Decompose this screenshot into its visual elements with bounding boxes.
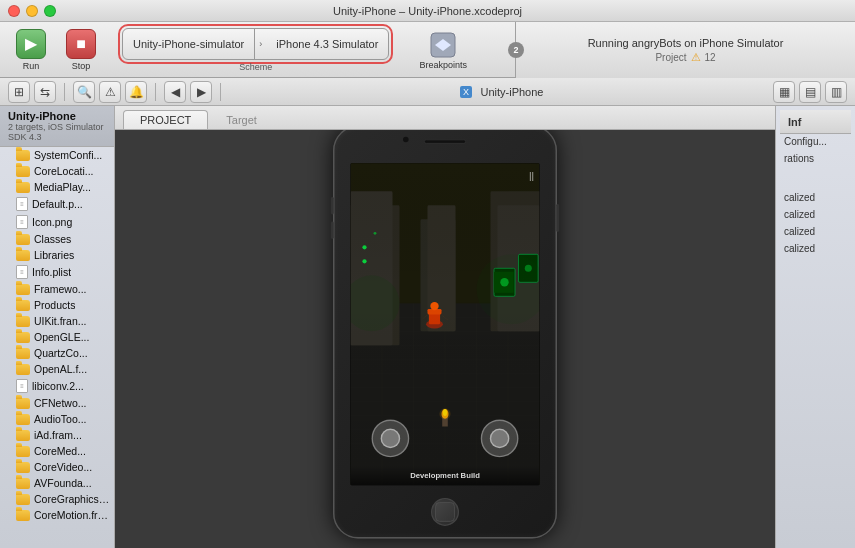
sidebar-item[interactable]: Framewo... <box>0 281 114 297</box>
joystick-left[interactable] <box>372 420 410 458</box>
sidebar-item[interactable]: Products <box>0 297 114 313</box>
minimize-button[interactable] <box>26 5 38 17</box>
file-icon: ≡ <box>16 215 28 229</box>
sidebar-project-name: Unity-iPhone <box>8 110 106 122</box>
sidebar-item[interactable]: ≡Info.plist <box>0 263 114 281</box>
right-panel-item-1: Configu... <box>780 134 851 149</box>
sidebar-item[interactable]: CFNetwo... <box>0 395 114 411</box>
sidebar-item[interactable]: MediaPlay... <box>0 179 114 195</box>
sidebar-item[interactable]: AudioToo... <box>0 411 114 427</box>
folder-icon <box>16 510 30 521</box>
tab-project[interactable]: PROJECT <box>123 110 208 129</box>
sidebar-item[interactable]: ≡Icon.png <box>0 213 114 231</box>
volume-up-btn[interactable] <box>331 197 334 215</box>
breakpoints-button[interactable]: Breakpoints <box>411 26 475 74</box>
editor-1-button[interactable]: ▦ <box>773 81 795 103</box>
search-button[interactable]: 🔍 <box>73 81 95 103</box>
sidebar-item[interactable]: SystemConfi... <box>0 147 114 163</box>
sidebar-item-label: CFNetwo... <box>34 397 87 409</box>
sidebar-item-label: Classes <box>34 233 71 245</box>
toolbar: ▶ Run ■ Stop Unity-iPhone-simulator › iP… <box>0 22 855 78</box>
scheme-left-text: Unity-iPhone-simulator <box>123 29 255 59</box>
folder-icon <box>16 166 30 177</box>
folder-icon <box>16 478 30 489</box>
editor-2-button[interactable]: ▤ <box>799 81 821 103</box>
project-label: Project <box>655 52 686 63</box>
sidebar-item-label: SystemConfi... <box>34 149 102 161</box>
iphone-speaker <box>424 140 466 144</box>
iphone-screen[interactable]: || Development Build <box>351 163 540 485</box>
sidebar-item[interactable]: ≡Default.p... <box>0 195 114 213</box>
joystick-left-inner <box>381 429 401 449</box>
breakpoints-label: Breakpoints <box>419 60 467 70</box>
sidebar-item[interactable]: UIKit.fran... <box>0 313 114 329</box>
power-btn[interactable] <box>556 204 559 232</box>
close-button[interactable] <box>8 5 20 17</box>
joystick-right[interactable] <box>481 420 519 458</box>
sidebar-item[interactable]: Classes <box>0 231 114 247</box>
sidebar-item-label: AudioToo... <box>34 413 87 425</box>
tab-target[interactable]: Target <box>210 111 273 129</box>
project-tabs: PROJECT Target <box>115 106 775 130</box>
run-button[interactable]: ▶ Run <box>8 25 54 75</box>
issue-button[interactable]: 🔔 <box>125 81 147 103</box>
sidebar-item[interactable]: CoreVideo... <box>0 459 114 475</box>
sidebar-item-label: Framewo... <box>34 283 87 295</box>
next-button[interactable]: ▶ <box>190 81 212 103</box>
nav-button[interactable]: ⇆ <box>34 81 56 103</box>
sidebar-item-label: OpenAL.f... <box>34 363 87 375</box>
xcode-icon: X <box>455 81 477 103</box>
home-button-inner <box>435 502 455 522</box>
sidebar-item-label: Icon.png <box>32 216 72 228</box>
iphone-device: || Development Build <box>333 130 557 539</box>
sidebar-item[interactable]: OpenGLE... <box>0 329 114 345</box>
sidebar-item-label: CoreVideo... <box>34 461 92 473</box>
sidebar: Unity-iPhone 2 targets, iOS Simulator SD… <box>0 106 115 548</box>
right-panel-item-5: calized <box>780 207 851 222</box>
folder-icon <box>16 462 30 473</box>
right-panel-item-2: rations <box>780 151 851 166</box>
sidebar-item[interactable]: QuartzCo... <box>0 345 114 361</box>
running-status: 2 Running angryBots on iPhone Simulator … <box>515 22 855 78</box>
scheme-selector[interactable]: Unity-iPhone-simulator › iPhone 4.3 Simu… <box>122 28 389 60</box>
sidebar-item[interactable]: CoreGraphics.framework <box>0 491 114 507</box>
sidebar-item[interactable]: Libraries <box>0 247 114 263</box>
sidebar-item[interactable]: AVFounda... <box>0 475 114 491</box>
sidebar-item-label: CoreMotion.framework <box>34 509 110 521</box>
dev-build-text: Development Build <box>410 471 480 479</box>
file-icon: ≡ <box>16 197 28 211</box>
sidebar-item[interactable]: ≡libiconv.2... <box>0 377 114 395</box>
unity-tab-label: Unity-iPhone <box>481 86 544 98</box>
scheme-right-text: iPhone 4.3 Simulator <box>266 29 388 59</box>
folder-icon <box>16 364 30 375</box>
sidebar-item[interactable]: CoreMed... <box>0 443 114 459</box>
sidebar-item[interactable]: CoreLocati... <box>0 163 114 179</box>
right-panel-item-4: calized <box>780 190 851 205</box>
sidebar-item-label: Products <box>34 299 75 311</box>
folder-icon <box>16 348 30 359</box>
folder-icon <box>16 234 30 245</box>
sidebar-item[interactable]: iAd.fram... <box>0 427 114 443</box>
secondary-toolbar: ⊞ ⇆ 🔍 ⚠ 🔔 ◀ ▶ X Unity-iPhone ▦ ▤ ▥ <box>0 78 855 106</box>
sidebar-item-label: Default.p... <box>32 198 83 210</box>
maximize-button[interactable] <box>44 5 56 17</box>
volume-down-btn[interactable] <box>331 221 334 239</box>
sidebar-item-label: CoreMed... <box>34 445 86 457</box>
iphone-home-button[interactable] <box>431 498 459 526</box>
editor-3-button[interactable]: ▥ <box>825 81 847 103</box>
prev-button[interactable]: ◀ <box>164 81 186 103</box>
simulator-area: || Development Build <box>115 130 775 548</box>
sidebar-item[interactable]: CoreMotion.framework <box>0 507 114 523</box>
game-screen: || Development Build <box>351 163 540 485</box>
stop-label: Stop <box>72 61 91 71</box>
folder-icon <box>16 284 30 295</box>
sidebar-item[interactable]: OpenAL.f... <box>0 361 114 377</box>
folder-icon <box>16 414 30 425</box>
sidebar-item-label: OpenGLE... <box>34 331 89 343</box>
folders-button[interactable]: ⊞ <box>8 81 30 103</box>
title-bar: Unity-iPhone – Unity-iPhone.xcodeproj <box>0 0 855 22</box>
right-panel-content: Configu... rations calized calized caliz… <box>780 134 851 256</box>
warning-filter-button[interactable]: ⚠ <box>99 81 121 103</box>
sidebar-item-label: iAd.fram... <box>34 429 82 441</box>
stop-button[interactable]: ■ Stop <box>58 25 104 75</box>
